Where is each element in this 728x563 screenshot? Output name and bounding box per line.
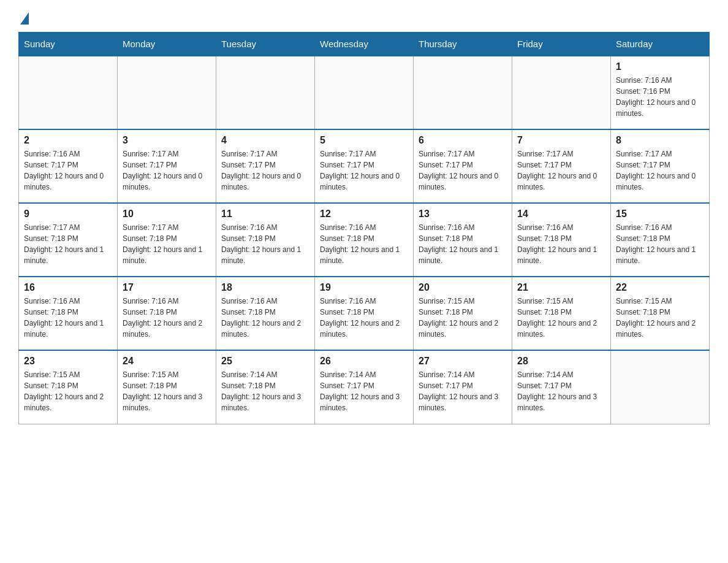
calendar-cell: 2Sunrise: 7:16 AMSunset: 7:17 PMDaylight… [19, 129, 118, 203]
day-number: 28 [517, 356, 605, 367]
weekday-header-friday: Friday [512, 33, 611, 56]
page-header [18, 12, 710, 26]
day-number: 2 [24, 135, 112, 146]
calendar-table: SundayMondayTuesdayWednesdayThursdayFrid… [18, 32, 710, 424]
day-info: Sunrise: 7:15 AMSunset: 7:18 PMDaylight:… [419, 296, 507, 340]
day-number: 13 [419, 209, 507, 220]
day-number: 9 [24, 209, 112, 220]
day-number: 18 [221, 282, 309, 293]
day-info: Sunrise: 7:17 AMSunset: 7:18 PMDaylight:… [24, 222, 112, 266]
week-row-1: 1Sunrise: 7:16 AMSunset: 7:16 PMDaylight… [19, 56, 710, 129]
day-number: 21 [517, 282, 605, 293]
day-info: Sunrise: 7:17 AMSunset: 7:17 PMDaylight:… [123, 148, 211, 193]
weekday-header-thursday: Thursday [414, 33, 512, 56]
day-info: Sunrise: 7:16 AMSunset: 7:18 PMDaylight:… [320, 222, 408, 266]
day-info: Sunrise: 7:15 AMSunset: 7:18 PMDaylight:… [123, 369, 211, 413]
logo [18, 12, 29, 26]
day-info: Sunrise: 7:17 AMSunset: 7:17 PMDaylight:… [517, 148, 605, 193]
calendar-cell: 4Sunrise: 7:17 AMSunset: 7:17 PMDaylight… [216, 129, 315, 203]
day-info: Sunrise: 7:17 AMSunset: 7:17 PMDaylight:… [320, 148, 408, 193]
day-number: 7 [517, 135, 605, 146]
day-number: 6 [419, 135, 507, 146]
day-number: 3 [123, 135, 211, 146]
day-info: Sunrise: 7:15 AMSunset: 7:18 PMDaylight:… [24, 369, 112, 413]
day-info: Sunrise: 7:15 AMSunset: 7:18 PMDaylight:… [517, 296, 605, 340]
calendar-cell [216, 56, 315, 129]
day-info: Sunrise: 7:15 AMSunset: 7:18 PMDaylight:… [616, 296, 704, 340]
calendar-cell [19, 56, 118, 129]
calendar-cell [414, 56, 512, 129]
calendar-cell: 1Sunrise: 7:16 AMSunset: 7:16 PMDaylight… [611, 56, 710, 129]
day-number: 22 [616, 282, 704, 293]
day-info: Sunrise: 7:16 AMSunset: 7:18 PMDaylight:… [24, 296, 112, 340]
day-number: 20 [419, 282, 507, 293]
day-info: Sunrise: 7:14 AMSunset: 7:18 PMDaylight:… [221, 369, 309, 413]
calendar-cell [315, 56, 414, 129]
day-number: 26 [320, 356, 408, 367]
calendar-cell: 17Sunrise: 7:16 AMSunset: 7:18 PMDayligh… [118, 277, 216, 350]
day-info: Sunrise: 7:16 AMSunset: 7:17 PMDaylight:… [24, 148, 112, 193]
week-row-2: 2Sunrise: 7:16 AMSunset: 7:17 PMDaylight… [19, 129, 710, 203]
calendar-cell: 18Sunrise: 7:16 AMSunset: 7:18 PMDayligh… [216, 277, 315, 350]
day-number: 14 [517, 209, 605, 220]
day-number: 27 [419, 356, 507, 367]
calendar-cell: 16Sunrise: 7:16 AMSunset: 7:18 PMDayligh… [19, 277, 118, 350]
calendar-cell: 7Sunrise: 7:17 AMSunset: 7:17 PMDaylight… [512, 129, 611, 203]
calendar-cell: 12Sunrise: 7:16 AMSunset: 7:18 PMDayligh… [315, 203, 414, 277]
calendar-cell: 5Sunrise: 7:17 AMSunset: 7:17 PMDaylight… [315, 129, 414, 203]
calendar-cell: 24Sunrise: 7:15 AMSunset: 7:18 PMDayligh… [118, 350, 216, 424]
day-number: 10 [123, 209, 211, 220]
calendar-cell [118, 56, 216, 129]
day-info: Sunrise: 7:16 AMSunset: 7:16 PMDaylight:… [616, 75, 704, 119]
day-number: 15 [616, 209, 704, 220]
weekday-header-sunday: Sunday [19, 33, 118, 56]
day-number: 19 [320, 282, 408, 293]
day-info: Sunrise: 7:16 AMSunset: 7:18 PMDaylight:… [221, 222, 309, 266]
calendar-cell: 23Sunrise: 7:15 AMSunset: 7:18 PMDayligh… [19, 350, 118, 424]
day-info: Sunrise: 7:17 AMSunset: 7:17 PMDaylight:… [419, 148, 507, 193]
day-info: Sunrise: 7:17 AMSunset: 7:18 PMDaylight:… [123, 222, 211, 266]
day-info: Sunrise: 7:16 AMSunset: 7:18 PMDaylight:… [123, 296, 211, 340]
calendar-cell: 26Sunrise: 7:14 AMSunset: 7:17 PMDayligh… [315, 350, 414, 424]
weekday-header-wednesday: Wednesday [315, 33, 414, 56]
day-number: 12 [320, 209, 408, 220]
calendar-cell: 27Sunrise: 7:14 AMSunset: 7:17 PMDayligh… [414, 350, 512, 424]
day-number: 4 [221, 135, 309, 146]
calendar-cell: 9Sunrise: 7:17 AMSunset: 7:18 PMDaylight… [19, 203, 118, 277]
day-number: 5 [320, 135, 408, 146]
day-info: Sunrise: 7:16 AMSunset: 7:18 PMDaylight:… [616, 222, 704, 266]
day-number: 17 [123, 282, 211, 293]
day-number: 24 [123, 356, 211, 367]
day-info: Sunrise: 7:16 AMSunset: 7:18 PMDaylight:… [419, 222, 507, 266]
calendar-cell: 14Sunrise: 7:16 AMSunset: 7:18 PMDayligh… [512, 203, 611, 277]
day-number: 11 [221, 209, 309, 220]
calendar-cell: 11Sunrise: 7:16 AMSunset: 7:18 PMDayligh… [216, 203, 315, 277]
calendar-cell: 10Sunrise: 7:17 AMSunset: 7:18 PMDayligh… [118, 203, 216, 277]
weekday-header-tuesday: Tuesday [216, 33, 315, 56]
day-info: Sunrise: 7:17 AMSunset: 7:17 PMDaylight:… [616, 148, 704, 193]
day-info: Sunrise: 7:16 AMSunset: 7:18 PMDaylight:… [320, 296, 408, 340]
day-number: 16 [24, 282, 112, 293]
calendar-cell: 3Sunrise: 7:17 AMSunset: 7:17 PMDaylight… [118, 129, 216, 203]
day-info: Sunrise: 7:16 AMSunset: 7:18 PMDaylight:… [517, 222, 605, 266]
calendar-cell: 15Sunrise: 7:16 AMSunset: 7:18 PMDayligh… [611, 203, 710, 277]
day-info: Sunrise: 7:16 AMSunset: 7:18 PMDaylight:… [221, 296, 309, 340]
day-info: Sunrise: 7:17 AMSunset: 7:17 PMDaylight:… [221, 148, 309, 193]
day-info: Sunrise: 7:14 AMSunset: 7:17 PMDaylight:… [517, 369, 605, 413]
weekday-header-row: SundayMondayTuesdayWednesdayThursdayFrid… [19, 33, 710, 56]
day-number: 8 [616, 135, 704, 146]
week-row-3: 9Sunrise: 7:17 AMSunset: 7:18 PMDaylight… [19, 203, 710, 277]
calendar-cell: 8Sunrise: 7:17 AMSunset: 7:17 PMDaylight… [611, 129, 710, 203]
calendar-cell: 28Sunrise: 7:14 AMSunset: 7:17 PMDayligh… [512, 350, 611, 424]
day-number: 25 [221, 356, 309, 367]
calendar-cell: 25Sunrise: 7:14 AMSunset: 7:18 PMDayligh… [216, 350, 315, 424]
calendar-cell: 20Sunrise: 7:15 AMSunset: 7:18 PMDayligh… [414, 277, 512, 350]
calendar-cell [611, 350, 710, 424]
week-row-4: 16Sunrise: 7:16 AMSunset: 7:18 PMDayligh… [19, 277, 710, 350]
week-row-5: 23Sunrise: 7:15 AMSunset: 7:18 PMDayligh… [19, 350, 710, 424]
day-number: 23 [24, 356, 112, 367]
calendar-cell: 6Sunrise: 7:17 AMSunset: 7:17 PMDaylight… [414, 129, 512, 203]
calendar-cell: 13Sunrise: 7:16 AMSunset: 7:18 PMDayligh… [414, 203, 512, 277]
weekday-header-saturday: Saturday [611, 33, 710, 56]
day-info: Sunrise: 7:14 AMSunset: 7:17 PMDaylight:… [419, 369, 507, 413]
